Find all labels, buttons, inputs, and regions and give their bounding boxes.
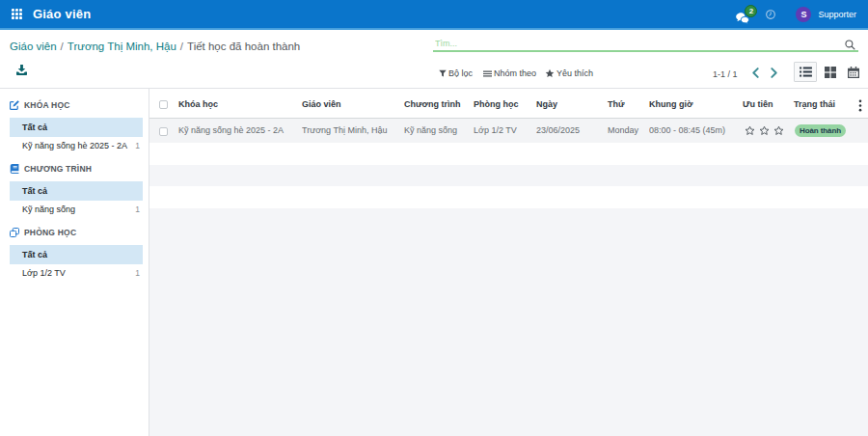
sidebar-filter-phong-hoc-item[interactable]: Lớp 1/2 TV 1 bbox=[10, 264, 143, 284]
column-header-thu[interactable]: Thứ bbox=[608, 89, 649, 118]
group-by-bars-icon bbox=[483, 69, 492, 78]
column-header-khoa-hoc[interactable]: Khóa học bbox=[178, 89, 302, 118]
list-view-icon bbox=[800, 67, 812, 77]
search-icon[interactable] bbox=[845, 37, 855, 47]
priority-star-icon[interactable] bbox=[773, 125, 784, 136]
sidebar-filter-chuong-trinh-all[interactable]: Tất cả bbox=[10, 181, 143, 201]
filter-funnel-icon bbox=[439, 69, 447, 77]
calendar-view-icon bbox=[848, 67, 859, 78]
filters-label: Bộ lọc bbox=[448, 68, 473, 78]
sidebar-section-title: CHƯƠNG TRÌNH bbox=[24, 164, 92, 174]
column-header-giao-vien[interactable]: Giáo viên bbox=[302, 89, 404, 118]
sidebar-filter-khoa-hoc-item[interactable]: Kỹ năng sống hè 2025 - 2A 1 bbox=[10, 137, 143, 156]
cell-khoa-hoc: Kỹ năng sống hè 2025 - 2A bbox=[178, 118, 302, 143]
edit-icon bbox=[10, 100, 19, 110]
sidebar-section-title: PHÒNG HỌC bbox=[24, 228, 76, 237]
column-header-khung-gio[interactable]: Khung giờ bbox=[649, 89, 743, 118]
records-table: Khóa học Giáo viên Chương trình Phòng họ… bbox=[149, 89, 868, 208]
sidebar-section-khoa-hoc: KHÓA HỌC Tất cả Kỹ năng sống hè 2025 - 2… bbox=[0, 96, 149, 156]
column-header-uu-tien[interactable]: Ưu tiên bbox=[743, 89, 794, 118]
calendar-view-button[interactable] bbox=[842, 62, 865, 82]
user-avatar[interactable]: S bbox=[796, 7, 811, 22]
breadcrumb-separator: / bbox=[176, 41, 187, 52]
sidebar-filter-chuong-trinh-item[interactable]: Kỹ năng sống 1 bbox=[10, 201, 143, 220]
download-icon bbox=[16, 65, 27, 75]
group-by-button[interactable]: Nhóm theo bbox=[483, 68, 536, 78]
sidebar-item-count: 1 bbox=[135, 141, 140, 150]
search-panel-sidebar: KHÓA HỌC Tất cả Kỹ năng sống hè 2025 - 2… bbox=[0, 89, 149, 436]
optional-columns-toggle[interactable] bbox=[858, 99, 862, 110]
table-row[interactable]: Kỹ năng sống hè 2025 - 2A Trương Thị Min… bbox=[149, 118, 868, 143]
favorites-label: Yêu thích bbox=[556, 68, 593, 78]
list-view-button[interactable] bbox=[794, 62, 817, 82]
favorites-star-icon bbox=[545, 68, 555, 78]
column-header-trang-thai[interactable]: Trạng thái bbox=[794, 89, 856, 118]
cell-thu: Monday bbox=[608, 118, 649, 143]
apps-menu-icon[interactable] bbox=[12, 9, 22, 19]
empty-row bbox=[149, 186, 868, 208]
breadcrumb-link-teacher[interactable]: Trương Thị Minh, Hậu bbox=[68, 41, 176, 52]
sidebar-item-label: Tất cả bbox=[22, 123, 47, 132]
sidebar-item-label: Tất cả bbox=[22, 186, 47, 196]
cell-khung-gio: 08:00 - 08:45 (45m) bbox=[649, 118, 743, 143]
clone-icon bbox=[10, 228, 19, 237]
priority-star-icon[interactable] bbox=[759, 125, 770, 136]
cell-phong-hoc: Lớp 1/2 TV bbox=[474, 118, 536, 143]
sidebar-item-label: Lớp 1/2 TV bbox=[22, 268, 66, 278]
user-name[interactable]: Supporter bbox=[818, 10, 856, 19]
sidebar-section-title: KHÓA HỌC bbox=[24, 100, 70, 110]
pager-next-button[interactable] bbox=[771, 68, 777, 78]
sidebar-filter-phong-hoc-all[interactable]: Tất cả bbox=[10, 245, 143, 264]
status-badge: Hoàn thành bbox=[795, 124, 846, 137]
pager-previous-button[interactable] bbox=[752, 68, 759, 78]
breadcrumb-separator: / bbox=[57, 41, 68, 52]
app-title[interactable]: Giáo viên bbox=[33, 7, 91, 21]
search-input[interactable] bbox=[433, 35, 858, 52]
search-box bbox=[433, 33, 858, 52]
sidebar-item-count: 1 bbox=[135, 268, 140, 278]
clock-icon bbox=[766, 10, 775, 19]
breadcrumb-link-giao-vien[interactable]: Giáo viên bbox=[10, 41, 57, 52]
group-by-label: Nhóm theo bbox=[494, 68, 536, 78]
sidebar-section-phong-hoc: PHÒNG HỌC Tất cả Lớp 1/2 TV 1 bbox=[0, 224, 149, 284]
sidebar-item-label: Tất cả bbox=[22, 250, 47, 259]
column-header-phong-hoc[interactable]: Phòng học bbox=[474, 89, 536, 118]
breadcrumb: Giáo viên/Trương Thị Minh, Hậu/Tiết học … bbox=[10, 41, 300, 52]
empty-row bbox=[149, 165, 868, 187]
cell-trang-thai: Hoàn thành bbox=[794, 118, 856, 143]
messages-button[interactable]: 2 bbox=[736, 11, 747, 20]
control-panel: Giáo viên/Trương Thị Minh, Hậu/Tiết học … bbox=[0, 30, 868, 89]
sidebar-item-count: 1 bbox=[135, 204, 140, 214]
pager-range: 1-1 / 1 bbox=[713, 69, 738, 79]
message-count-badge: 2 bbox=[745, 5, 757, 17]
sidebar-filter-khoa-hoc-all[interactable]: Tất cả bbox=[10, 118, 143, 137]
view-switcher bbox=[794, 62, 865, 82]
cell-giao-vien: Trương Thị Minh, Hậu bbox=[302, 118, 404, 143]
empty-row bbox=[149, 143, 868, 165]
top-navbar: Giáo viên 2 S Supporter bbox=[0, 0, 868, 30]
column-header-ngay[interactable]: Ngày bbox=[536, 89, 608, 118]
kanban-view-button[interactable] bbox=[819, 62, 842, 82]
breadcrumb-current: Tiết học đã hoàn thành bbox=[187, 41, 300, 52]
column-header-chuong-trinh[interactable]: Chương trình bbox=[404, 89, 474, 118]
cell-ngay: 23/06/2025 bbox=[536, 118, 608, 143]
cell-chuong-trinh: Kỹ năng sống bbox=[404, 118, 474, 143]
list-view: Khóa học Giáo viên Chương trình Phòng họ… bbox=[149, 89, 868, 436]
table-header-row: Khóa học Giáo viên Chương trình Phòng họ… bbox=[149, 89, 868, 118]
book-icon bbox=[10, 164, 19, 174]
export-download-button[interactable] bbox=[16, 65, 27, 75]
select-all-checkbox[interactable] bbox=[159, 100, 168, 109]
priority-star-icon[interactable] bbox=[745, 125, 755, 136]
filters-button[interactable]: Bộ lọc bbox=[439, 68, 473, 78]
sidebar-item-label: Kỹ năng sống hè 2025 - 2A bbox=[22, 141, 127, 150]
sidebar-section-chuong-trinh: CHƯƠNG TRÌNH Tất cả Kỹ năng sống 1 bbox=[0, 160, 149, 220]
row-checkbox[interactable] bbox=[159, 127, 168, 136]
favorites-button[interactable]: Yêu thích bbox=[545, 68, 593, 78]
activities-button[interactable] bbox=[766, 10, 775, 19]
sidebar-item-label: Kỹ năng sống bbox=[22, 204, 75, 214]
cell-uu-tien bbox=[743, 118, 794, 143]
kanban-view-icon bbox=[825, 67, 836, 78]
